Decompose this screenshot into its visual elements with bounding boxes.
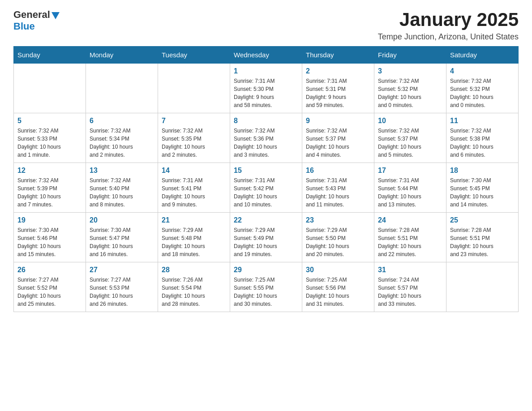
day-info: Sunrise: 7:31 AM Sunset: 5:43 PM Dayligh… [306,176,370,209]
day-info: Sunrise: 7:30 AM Sunset: 5:46 PM Dayligh… [17,226,82,258]
day-info: Sunrise: 7:32 AM Sunset: 5:36 PM Dayligh… [234,127,298,159]
calendar-cell: 26Sunrise: 7:27 AM Sunset: 5:52 PM Dayli… [14,262,86,312]
day-info: Sunrise: 7:25 AM Sunset: 5:56 PM Dayligh… [306,276,370,308]
day-info: Sunrise: 7:28 AM Sunset: 5:51 PM Dayligh… [378,226,442,258]
calendar-cell: 20Sunrise: 7:30 AM Sunset: 5:47 PM Dayli… [86,213,158,262]
calendar-cell: 13Sunrise: 7:32 AM Sunset: 5:40 PM Dayli… [86,163,158,213]
day-number: 17 [378,167,442,175]
calendar-cell: 8Sunrise: 7:32 AM Sunset: 5:36 PM Daylig… [230,113,302,163]
day-info: Sunrise: 7:24 AM Sunset: 5:57 PM Dayligh… [378,276,442,308]
calendar-cell: 2Sunrise: 7:31 AM Sunset: 5:31 PM Daylig… [302,64,374,113]
day-info: Sunrise: 7:27 AM Sunset: 5:53 PM Dayligh… [90,276,154,308]
day-info: Sunrise: 7:32 AM Sunset: 5:32 PM Dayligh… [450,77,515,109]
weekday-header: Thursday [302,47,374,64]
calendar-cell: 29Sunrise: 7:25 AM Sunset: 5:55 PM Dayli… [230,262,302,312]
weekday-header: Tuesday [158,47,230,64]
day-number: 8 [234,117,298,125]
day-number: 2 [306,67,370,75]
calendar-cell: 23Sunrise: 7:29 AM Sunset: 5:50 PM Dayli… [302,213,374,262]
day-info: Sunrise: 7:29 AM Sunset: 5:48 PM Dayligh… [162,226,226,258]
day-info: Sunrise: 7:32 AM Sunset: 5:35 PM Dayligh… [162,127,226,159]
weekday-header: Saturday [446,47,519,64]
day-number: 11 [450,117,515,125]
day-info: Sunrise: 7:32 AM Sunset: 5:32 PM Dayligh… [378,77,442,109]
day-info: Sunrise: 7:29 AM Sunset: 5:49 PM Dayligh… [234,226,298,258]
day-info: Sunrise: 7:32 AM Sunset: 5:38 PM Dayligh… [450,127,515,159]
calendar-cell: 25Sunrise: 7:28 AM Sunset: 5:51 PM Dayli… [446,213,519,262]
calendar-cell: 30Sunrise: 7:25 AM Sunset: 5:56 PM Dayli… [302,262,374,312]
calendar-cell [158,64,230,113]
calendar-cell: 7Sunrise: 7:32 AM Sunset: 5:35 PM Daylig… [158,113,230,163]
day-info: Sunrise: 7:30 AM Sunset: 5:45 PM Dayligh… [450,176,515,209]
day-number: 21 [162,216,226,224]
calendar-cell: 27Sunrise: 7:27 AM Sunset: 5:53 PM Dayli… [86,262,158,312]
day-number: 25 [450,216,515,224]
calendar-week-row: 12Sunrise: 7:32 AM Sunset: 5:39 PM Dayli… [14,163,519,213]
calendar-header: SundayMondayTuesdayWednesdayThursdayFrid… [14,47,519,64]
day-number: 10 [378,117,442,125]
calendar-week-row: 19Sunrise: 7:30 AM Sunset: 5:46 PM Dayli… [14,213,519,262]
day-number: 31 [378,266,442,274]
day-number: 30 [306,266,370,274]
day-info: Sunrise: 7:26 AM Sunset: 5:54 PM Dayligh… [162,276,226,308]
day-number: 16 [306,167,370,175]
day-info: Sunrise: 7:27 AM Sunset: 5:52 PM Dayligh… [17,276,82,308]
calendar-cell: 9Sunrise: 7:32 AM Sunset: 5:37 PM Daylig… [302,113,374,163]
day-number: 15 [234,167,298,175]
day-number: 19 [17,216,82,224]
day-info: Sunrise: 7:29 AM Sunset: 5:50 PM Dayligh… [306,226,370,258]
calendar-cell: 16Sunrise: 7:31 AM Sunset: 5:43 PM Dayli… [302,163,374,213]
calendar-cell: 21Sunrise: 7:29 AM Sunset: 5:48 PM Dayli… [158,213,230,262]
calendar-cell: 1Sunrise: 7:31 AM Sunset: 5:30 PM Daylig… [230,64,302,113]
day-info: Sunrise: 7:32 AM Sunset: 5:40 PM Dayligh… [90,176,154,209]
calendar-cell [86,64,158,113]
day-number: 3 [378,67,442,75]
day-number: 28 [162,266,226,274]
calendar-cell: 12Sunrise: 7:32 AM Sunset: 5:39 PM Dayli… [14,163,86,213]
logo-general: General [13,9,50,21]
day-number: 12 [17,167,82,175]
day-number: 23 [306,216,370,224]
weekday-header: Wednesday [230,47,302,64]
day-info: Sunrise: 7:25 AM Sunset: 5:55 PM Dayligh… [234,276,298,308]
weekday-header: Monday [86,47,158,64]
day-info: Sunrise: 7:32 AM Sunset: 5:37 PM Dayligh… [378,127,442,159]
day-number: 24 [378,216,442,224]
month-title: January 2025 [378,9,519,30]
calendar-cell: 11Sunrise: 7:32 AM Sunset: 5:38 PM Dayli… [446,113,519,163]
day-info: Sunrise: 7:31 AM Sunset: 5:31 PM Dayligh… [306,77,370,109]
day-info: Sunrise: 7:32 AM Sunset: 5:33 PM Dayligh… [17,127,82,159]
page-header: General Blue January 2025 Tempe Junction… [13,9,519,42]
calendar-body: 1Sunrise: 7:31 AM Sunset: 5:30 PM Daylig… [14,64,519,312]
day-number: 7 [162,117,226,125]
day-number: 14 [162,167,226,175]
day-number: 20 [90,216,154,224]
calendar-cell: 24Sunrise: 7:28 AM Sunset: 5:51 PM Dayli… [374,213,446,262]
logo-blue: Blue [13,21,35,32]
day-info: Sunrise: 7:28 AM Sunset: 5:51 PM Dayligh… [450,226,515,258]
calendar-week-row: 26Sunrise: 7:27 AM Sunset: 5:52 PM Dayli… [14,262,519,312]
day-info: Sunrise: 7:32 AM Sunset: 5:34 PM Dayligh… [90,127,154,159]
day-number: 4 [450,67,515,75]
day-number: 1 [234,67,298,75]
day-number: 5 [17,117,82,125]
day-number: 18 [450,167,515,175]
calendar-cell: 18Sunrise: 7:30 AM Sunset: 5:45 PM Dayli… [446,163,519,213]
calendar-cell [446,262,519,312]
calendar-cell: 6Sunrise: 7:32 AM Sunset: 5:34 PM Daylig… [86,113,158,163]
calendar-week-row: 1Sunrise: 7:31 AM Sunset: 5:30 PM Daylig… [14,64,519,113]
logo: General Blue [13,9,60,32]
day-info: Sunrise: 7:31 AM Sunset: 5:41 PM Dayligh… [162,176,226,209]
day-number: 9 [306,117,370,125]
calendar-cell: 10Sunrise: 7:32 AM Sunset: 5:37 PM Dayli… [374,113,446,163]
location: Tempe Junction, Arizona, United States [378,32,519,42]
weekday-header: Friday [374,47,446,64]
day-info: Sunrise: 7:31 AM Sunset: 5:44 PM Dayligh… [378,176,442,209]
calendar-cell: 14Sunrise: 7:31 AM Sunset: 5:41 PM Dayli… [158,163,230,213]
day-info: Sunrise: 7:31 AM Sunset: 5:42 PM Dayligh… [234,176,298,209]
day-number: 22 [234,216,298,224]
day-info: Sunrise: 7:30 AM Sunset: 5:47 PM Dayligh… [90,226,154,258]
calendar-cell [14,64,86,113]
day-number: 27 [90,266,154,274]
calendar-cell: 22Sunrise: 7:29 AM Sunset: 5:49 PM Dayli… [230,213,302,262]
